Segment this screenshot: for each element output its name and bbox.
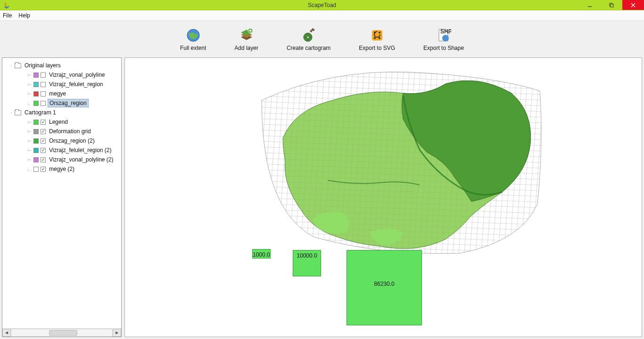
tree-item[interactable]: ⊢ Vizrajz_vonal_polyline xyxy=(4,70,119,80)
tree-guide-icon: ⊢ xyxy=(26,138,33,144)
toolbar-label: Full extent xyxy=(180,45,206,51)
layer-swatch-icon xyxy=(33,101,39,106)
layer-label: Legend xyxy=(48,118,69,126)
menu-help[interactable]: Help xyxy=(18,12,30,19)
maximize-button[interactable] xyxy=(601,0,622,10)
layer-swatch-icon xyxy=(33,167,39,172)
svg-rect-2 xyxy=(611,4,613,7)
horizontal-scrollbar[interactable]: ◀ ▶ xyxy=(2,328,121,337)
layer-label: Orszag_region (2) xyxy=(48,137,96,145)
toolbar-label: Export to SVG xyxy=(359,45,395,51)
tree-guide-icon: ⊢ xyxy=(26,157,33,162)
titlebar: ScapeToad xyxy=(0,0,644,10)
tree-guide-icon: ⊢ xyxy=(26,120,33,125)
menubar: File Help xyxy=(0,10,644,21)
export-shape-button[interactable]: SHP Export to Shape xyxy=(423,28,464,51)
content-area: ◦ Original layers ⊢ Vizrajz_vonal_polyli… xyxy=(0,56,644,339)
legend-box-medium: 10000.0 xyxy=(293,250,321,276)
tree-guide-icon: ∟ xyxy=(26,101,33,106)
svg-export-icon xyxy=(370,28,385,43)
group-label: Cartogram 1 xyxy=(23,109,58,116)
add-layer-button[interactable]: Add layer xyxy=(234,28,258,51)
visibility-checkbox[interactable] xyxy=(41,73,46,78)
visibility-checkbox[interactable]: ✓ xyxy=(41,148,46,153)
layer-swatch-icon xyxy=(33,138,39,144)
svg-point-15 xyxy=(374,32,376,33)
export-svg-button[interactable]: Export to SVG xyxy=(359,28,395,51)
cartogram-canvas xyxy=(257,67,545,256)
visibility-checkbox[interactable] xyxy=(41,101,46,106)
svg-point-16 xyxy=(379,32,380,33)
visibility-checkbox[interactable]: ✓ xyxy=(41,167,46,172)
tree-guide-icon: ⊢ xyxy=(26,148,33,153)
tree-item[interactable]: ⊢ ✓ Orszag_region (2) xyxy=(4,136,119,145)
full-extent-button[interactable]: Full extent xyxy=(180,28,206,51)
toolbar-label: Add layer xyxy=(234,45,258,51)
tree-item[interactable]: ⊢ ✓ Deformation grid xyxy=(4,127,119,136)
layer-label: Vizrajz_felulet_region xyxy=(48,81,105,88)
tree-item[interactable]: ∟ Orszag_region xyxy=(4,98,119,108)
layer-label: Vizrajz_vonal_polyline (2) xyxy=(48,156,115,163)
group-label: Original layers xyxy=(23,62,62,69)
svg-point-17 xyxy=(374,37,376,39)
layer-swatch-icon xyxy=(33,129,39,134)
toolbar-label: Create cartogram xyxy=(287,45,330,51)
toolbar-label: Export to Shape xyxy=(423,45,464,51)
layer-swatch-icon xyxy=(33,157,39,162)
tree-group-original[interactable]: ◦ Original layers xyxy=(4,61,119,70)
legend-value: 1000.0 xyxy=(252,249,271,258)
legend-box-large: 86230.0 xyxy=(347,250,422,325)
svg-point-20 xyxy=(442,35,449,41)
layer-label: Vizrajz_felulet_region (2) xyxy=(48,146,113,154)
scroll-thumb[interactable] xyxy=(49,330,77,336)
map-view[interactable]: 1000.0 10000.0 86230.0 xyxy=(124,57,642,337)
java-app-icon xyxy=(3,1,10,9)
folder-icon xyxy=(15,63,21,68)
visibility-checkbox[interactable]: ✓ xyxy=(41,129,46,134)
layer-label: Orszag_region xyxy=(48,99,89,107)
layer-label: Vizrajz_vonal_polyline xyxy=(48,71,107,79)
expand-toggle-icon[interactable]: ◦ xyxy=(9,110,14,115)
folder-icon xyxy=(15,110,21,115)
window-title: ScapeToad xyxy=(308,2,336,8)
toolbar: Full extent Add layer Create cartogram E… xyxy=(0,21,644,56)
svg-text:SHP: SHP xyxy=(440,28,451,35)
layer-tree[interactable]: ◦ Original layers ⊢ Vizrajz_vonal_polyli… xyxy=(2,58,121,328)
layer-panel: ◦ Original layers ⊢ Vizrajz_vonal_polyli… xyxy=(2,57,122,337)
close-button[interactable] xyxy=(622,0,644,10)
minimize-button[interactable] xyxy=(579,0,601,10)
expand-toggle-icon[interactable]: ◦ xyxy=(9,63,14,68)
layer-swatch-icon xyxy=(33,120,39,125)
globe-icon xyxy=(186,28,201,43)
tree-guide-icon: ⊢ xyxy=(26,129,33,134)
layer-swatch-icon xyxy=(33,82,39,87)
window-buttons xyxy=(579,0,644,10)
visibility-checkbox[interactable]: ✓ xyxy=(41,120,46,125)
create-cartogram-button[interactable]: Create cartogram xyxy=(287,28,330,51)
layers-add-icon xyxy=(239,28,254,43)
layer-swatch-icon xyxy=(33,91,39,97)
legend-value: 86230.0 xyxy=(374,281,394,287)
tree-item[interactable]: ⊢ megye xyxy=(4,89,119,98)
layer-swatch-icon xyxy=(33,73,39,78)
layer-label: Deformation grid xyxy=(48,128,92,135)
tree-item[interactable]: ⊢ ✓ Vizrajz_felulet_region (2) xyxy=(4,145,119,155)
tree-item[interactable]: ⊢ ✓ Legend xyxy=(4,117,119,127)
tree-item[interactable]: ⊢ Vizrajz_felulet_region xyxy=(4,80,119,89)
cartogram-icon xyxy=(301,28,316,43)
tree-item[interactable]: ∟ ✓ megye (2) xyxy=(4,164,119,174)
layer-swatch-icon xyxy=(33,148,39,153)
menu-file[interactable]: File xyxy=(3,12,12,19)
visibility-checkbox[interactable] xyxy=(41,82,46,87)
tree-guide-icon: ∟ xyxy=(26,167,33,172)
tree-item[interactable]: ⊢ ✓ Vizrajz_vonal_polyline (2) xyxy=(4,155,119,164)
tree-group-cartogram[interactable]: ◦ Cartogram 1 xyxy=(4,108,119,117)
scroll-right-icon[interactable]: ▶ xyxy=(113,329,121,337)
svg-point-18 xyxy=(379,37,380,39)
visibility-checkbox[interactable]: ✓ xyxy=(41,157,46,162)
tree-guide-icon: ⊢ xyxy=(26,73,33,78)
scroll-left-icon[interactable]: ◀ xyxy=(2,329,11,337)
visibility-checkbox[interactable]: ✓ xyxy=(41,138,46,144)
scroll-track[interactable] xyxy=(11,329,113,337)
visibility-checkbox[interactable] xyxy=(41,91,46,97)
